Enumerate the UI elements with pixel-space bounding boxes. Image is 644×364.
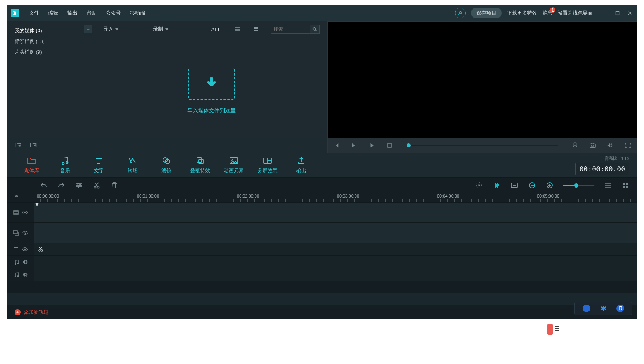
text-track[interactable] [7,243,637,256]
audio-track-1[interactable] [7,256,637,268]
next-frame-icon[interactable] [351,142,358,149]
ruler-mark: 00:04:00:00 [437,193,537,202]
record-voice-icon[interactable] [572,142,578,149]
import-dropdown[interactable]: 导入 [103,26,118,33]
adjust-icon[interactable] [75,181,83,189]
tab-elements[interactable]: 动画元素 [217,156,251,174]
watermark-logo [546,322,561,337]
redo-icon[interactable] [58,181,65,189]
svg-rect-2 [616,12,619,15]
tab-text[interactable]: 文字 [82,156,116,174]
svg-rect-87 [555,330,559,331]
fullscreen-icon[interactable] [624,142,631,149]
list-view-icon[interactable] [234,26,241,33]
zoom-in-icon[interactable] [546,181,554,189]
trash-icon[interactable] [110,181,118,189]
tab-filter[interactable]: 滤镜 [150,156,183,174]
sidebar-intro-samples[interactable]: 片头样例 (9) [15,47,97,58]
prev-frame-icon[interactable] [333,142,340,149]
audio-waveform-icon[interactable] [493,181,501,189]
export-icon [297,156,305,165]
progress-handle[interactable] [407,143,411,147]
svg-point-36 [77,183,79,184]
app-window: 文件 编辑 输出 帮助 公众号 移动端 保存项目 下载更多特效 消息 1 设置为… [7,4,637,319]
track-header[interactable] [7,256,34,268]
menu-output[interactable]: 输出 [64,7,81,19]
new-folder-icon[interactable] [14,141,22,149]
svg-rect-27 [199,159,203,164]
zoom-handle[interactable] [574,183,578,188]
tab-music[interactable]: 音乐 [48,156,82,174]
svg-point-74 [41,250,43,251]
cut-icon[interactable] [93,181,100,189]
track-lane[interactable] [34,256,637,268]
menu-wechat[interactable]: 公众号 [102,7,125,19]
track-lane[interactable] [34,223,637,243]
messages-link[interactable]: 消息 1 [542,10,552,16]
track-lane[interactable] [34,268,637,281]
svg-point-22 [62,163,64,165]
track-lane[interactable] [34,243,637,255]
track-header[interactable] [7,203,34,222]
user-icon[interactable] [455,8,466,18]
playhead[interactable] [37,203,37,305]
svg-rect-10 [254,30,256,31]
svg-line-13 [315,30,317,31]
video-track-1[interactable] [7,203,637,223]
tab-overlay[interactable]: 叠覆特效 [183,156,217,174]
preview-canvas [328,22,637,138]
tray-music-icon[interactable] [616,305,624,312]
zoom-out-icon[interactable] [528,181,536,189]
track-header[interactable] [7,223,34,243]
video-track-2[interactable] [7,223,637,243]
add-track-button[interactable]: + 添加新轨道 [15,309,49,316]
grid-view-icon[interactable] [253,26,260,33]
list-toggle-icon[interactable] [604,181,612,189]
svg-point-44 [479,185,480,186]
play-icon[interactable] [368,142,375,149]
tab-splitscreen[interactable]: 分屏效果 [251,156,284,174]
theme-toggle[interactable]: 设置为浅色界面 [558,10,593,16]
track-header[interactable] [7,268,34,281]
search-input[interactable] [273,26,308,32]
tab-media[interactable]: 媒体库 [15,156,48,174]
audio-track-2[interactable] [7,268,637,281]
track-header[interactable] [7,243,34,255]
grid-toggle-icon[interactable] [622,181,629,189]
collapse-sidebar-button[interactable]: ← [84,25,92,33]
sidebar-bg-samples[interactable]: 背景样例 (13) [15,36,97,47]
minimize-button[interactable] [602,10,609,16]
undo-icon[interactable] [40,181,48,189]
record-dropdown[interactable]: 录制 [153,26,168,33]
download-effects-link[interactable]: 下载更多特效 [507,10,537,16]
track-lane[interactable] [34,203,637,222]
menu-file[interactable]: 文件 [25,7,43,19]
empty-header [7,281,34,293]
svg-point-12 [313,28,316,31]
fit-icon[interactable] [511,181,518,189]
lock-track-icon[interactable] [14,194,19,200]
svg-rect-61 [626,183,628,185]
dropzone-text: 导入媒体文件到这里 [187,107,236,114]
delete-folder-icon[interactable] [29,141,38,149]
menu-mobile[interactable]: 移动端 [126,7,149,19]
menu-edit[interactable]: 编辑 [44,7,62,19]
menu-help[interactable]: 帮助 [83,7,100,19]
tray-bluetooth-icon[interactable]: ✱ [600,305,607,312]
tab-export[interactable]: 输出 [284,156,318,174]
media-dropzone[interactable]: 导入媒体文件到这里 [187,68,236,114]
save-project-button[interactable]: 保存项目 [471,8,502,18]
tab-transition[interactable]: 转场 [116,156,150,174]
marker-icon[interactable] [475,181,483,189]
playback-progress[interactable] [407,145,558,146]
timeline-ruler[interactable]: 00:00:00:00 00:01:00:00 00:02:00:00 00:0… [7,193,637,203]
search-button[interactable] [310,25,320,34]
close-button[interactable] [626,10,633,16]
zoom-slider[interactable] [564,185,594,186]
stop-icon[interactable] [386,142,393,149]
volume-icon[interactable] [607,142,614,149]
snapshot-icon[interactable] [589,142,596,149]
tab-export-label: 输出 [296,167,306,174]
tray-app-icon[interactable] [583,305,590,312]
maximize-button[interactable] [614,10,621,16]
